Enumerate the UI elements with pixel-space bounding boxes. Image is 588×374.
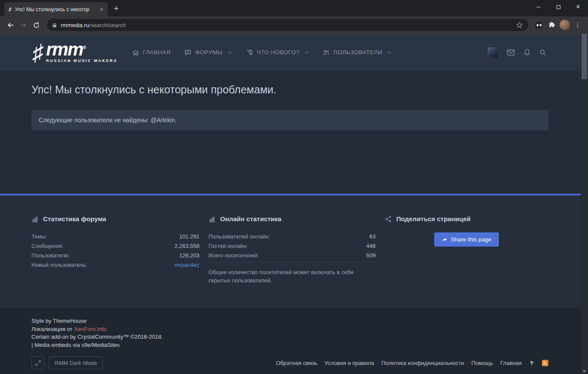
- stat-label: Новый пользователь:: [31, 262, 87, 268]
- search-button[interactable]: [539, 49, 546, 56]
- stat-value: 101.291: [179, 233, 199, 240]
- extensions-menu-button[interactable]: [545, 19, 558, 31]
- scrollbar-down-arrow[interactable]: [581, 370, 588, 373]
- nav-item-home[interactable]: ГЛАВНАЯ: [132, 49, 171, 56]
- minimize-icon: [536, 7, 541, 7]
- share-this-page-button[interactable]: Share this page: [434, 232, 499, 247]
- online-stats-title: Онлайн статистика: [208, 215, 376, 223]
- rmm-logo[interactable]: ♯ rmm® RUSSIAN MUSIC MAKERS: [32, 42, 118, 63]
- home-icon: [132, 49, 139, 56]
- stat-row: Сообщения: 2.263.558: [31, 241, 199, 250]
- stat-row: Гостей онлайн: 446: [208, 241, 376, 250]
- page-title: Упс! Мы столкнулись с некоторыми проблем…: [31, 71, 548, 96]
- nav-label: ФОРУМЫ: [195, 49, 223, 56]
- width-toggle-button[interactable]: [31, 356, 44, 369]
- stat-label: Пользователи:: [31, 252, 69, 259]
- credit-localization: Локализация от XenForo.Info: [31, 325, 548, 334]
- reload-button[interactable]: [30, 19, 43, 31]
- site-header: ♯ rmm® RUSSIAN MUSIC MAKERS ГЛАВНАЯ ФОРУ…: [0, 34, 581, 71]
- forward-icon: [20, 22, 27, 29]
- dark-mode-button[interactable]: RMM Dark Mode: [49, 356, 103, 369]
- logo-glyph-icon: ♯: [31, 43, 44, 61]
- alerts-button[interactable]: [524, 49, 530, 56]
- stat-label: Сообщения:: [31, 243, 63, 249]
- share-block: Поделиться страницей Share this page: [385, 215, 548, 308]
- scrollbar-thumb[interactable]: [582, 34, 587, 79]
- site-favicon-icon: ♯: [9, 6, 12, 12]
- users-icon: [323, 49, 330, 56]
- scroll-to-top-button[interactable]: [529, 360, 535, 366]
- stat-value: 126.203: [179, 252, 199, 259]
- browser-profile-button[interactable]: [558, 19, 571, 31]
- browser-toolbar: rmmedia.ru/search/search ⋮: [0, 16, 588, 34]
- credit-mediasites: | Media embeds via s9e/MediaSites: [31, 341, 548, 349]
- forward-button[interactable]: [17, 19, 30, 31]
- search-icon: [539, 49, 546, 56]
- maximize-button[interactable]: [548, 0, 568, 14]
- chevron-down-icon[interactable]: [228, 51, 232, 54]
- footer-link-terms[interactable]: Условия и правила: [324, 360, 374, 366]
- site-footer: Style by ThemeHouse Локализация от XenFo…: [0, 308, 581, 374]
- tab-title: Упс! Мы столкнулись с некотор: [15, 6, 96, 12]
- reload-icon: [33, 22, 40, 29]
- browser-profile-avatar: [560, 20, 570, 30]
- page-scrollbar[interactable]: [581, 34, 588, 374]
- browser-tab[interactable]: ♯ Упс! Мы столкнулись с некотор ×: [4, 2, 108, 16]
- header-actions: [488, 47, 546, 58]
- extension-button[interactable]: [532, 19, 545, 31]
- stat-value: 2.263.558: [174, 243, 199, 249]
- nav-item-forums[interactable]: ФОРУМЫ: [184, 49, 232, 56]
- envelope-icon: [507, 49, 515, 56]
- forum-stats-rows: Темы: 101.291 Сообщения: 2.263.558 Польз…: [31, 232, 199, 269]
- new-tab-button[interactable]: +: [110, 3, 122, 15]
- footer-link-privacy[interactable]: Политика конфиденциальности: [382, 360, 464, 366]
- extension-icon: [535, 21, 543, 29]
- browser-menu-button[interactable]: ⋮: [571, 19, 584, 31]
- back-icon: [7, 22, 14, 29]
- nav-item-whats-new[interactable]: ЧТО НОВОГО?: [246, 49, 309, 56]
- nav-item-users[interactable]: ПОЛЬЗОВАТЕЛИ: [323, 49, 392, 56]
- url-domain: rmmedia.ru: [61, 22, 89, 28]
- footer-link-help[interactable]: Помощь: [471, 360, 493, 366]
- stat-label: Всего посетителей:: [208, 252, 259, 259]
- close-button[interactable]: ×: [568, 0, 588, 14]
- share-title: Поделиться страницей: [385, 215, 548, 223]
- bell-icon: [524, 49, 530, 56]
- footer-link-home[interactable]: Главная: [501, 360, 522, 366]
- footer-link-contact[interactable]: Обратная связь: [276, 360, 317, 366]
- newest-member-link[interactable]: mrpan4ez: [174, 262, 199, 268]
- extensions-puzzle-icon: [548, 22, 556, 29]
- credit-themehouse: Style by ThemeHouse: [31, 317, 548, 325]
- error-message-box: Следующие пользователи не найдены: @Arle…: [31, 110, 548, 130]
- online-stats-block: Онлайн статистика Пользователей онлайн: …: [208, 215, 376, 308]
- logo-subtitle: RUSSIAN MUSIC MAKERS: [46, 59, 118, 63]
- forum-stats-title: Статистика форума: [31, 215, 199, 223]
- section-title: Онлайн статистика: [220, 215, 281, 223]
- chevron-down-icon[interactable]: [387, 51, 392, 54]
- chevron-down-icon[interactable]: [305, 51, 309, 54]
- inbox-button[interactable]: [507, 49, 515, 56]
- browser-titlebar: ♯ Упс! Мы столкнулись с некотор × + ×: [0, 0, 588, 16]
- forum-stats-block: Статистика форума Темы: 101.291 Сообщени…: [31, 215, 199, 308]
- stats-section: Статистика форума Темы: 101.291 Сообщени…: [0, 195, 581, 308]
- chart-icon: [31, 216, 38, 223]
- back-button[interactable]: [4, 19, 17, 31]
- url-text: rmmedia.ru/search/search: [61, 22, 512, 28]
- xenforo-info-link[interactable]: XenForo.Info: [74, 326, 106, 332]
- rss-icon: [543, 361, 548, 365]
- maximize-icon: [557, 5, 560, 9]
- stat-row: Всего посетителей: 509: [208, 250, 376, 260]
- rss-button[interactable]: [542, 360, 548, 366]
- kebab-menu-icon: ⋮: [575, 21, 581, 29]
- expand-icon: [35, 360, 41, 366]
- ssl-lock-icon[interactable]: [52, 22, 57, 28]
- nav-label: ПОЛЬЗОВАТЕЛИ: [333, 49, 382, 56]
- stat-label: Пользователей онлайн:: [208, 233, 270, 240]
- tab-close-icon[interactable]: ×: [100, 6, 103, 12]
- bookmark-star-icon[interactable]: [516, 22, 523, 28]
- footer-bottom-bar: RMM Dark Mode Обратная связь Условия и п…: [31, 356, 548, 369]
- user-avatar[interactable]: [488, 47, 498, 58]
- divider: [208, 262, 376, 263]
- address-bar[interactable]: rmmedia.ru/search/search: [47, 19, 528, 31]
- minimize-button[interactable]: [529, 0, 548, 14]
